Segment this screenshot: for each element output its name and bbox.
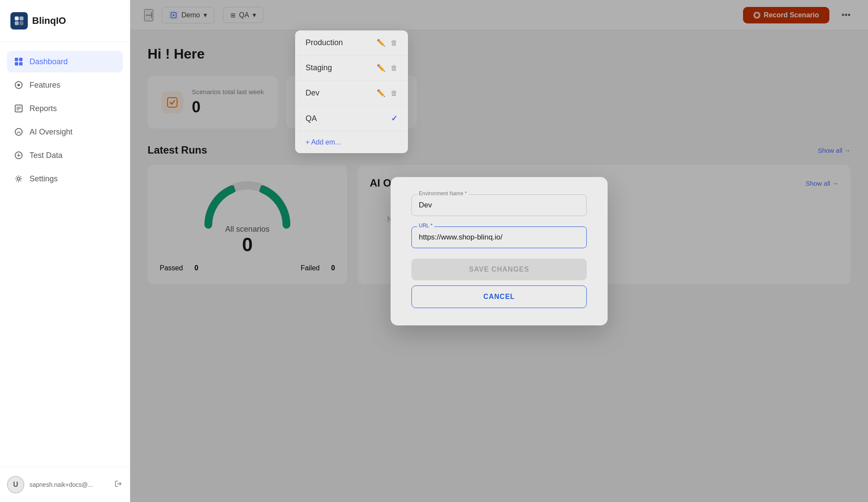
env-staging-actions: ✏️ 🗑 <box>377 64 398 72</box>
edit-production-icon[interactable]: ✏️ <box>377 39 385 47</box>
edit-staging-icon[interactable]: ✏️ <box>377 64 385 72</box>
edit-environment-modal: Environment Name * URL * SAVE CHANGES CA… <box>391 177 608 325</box>
env-dropdown-item-staging[interactable]: Staging ✏️ 🗑 <box>295 56 408 81</box>
sidebar-item-reports[interactable]: Reports <box>7 98 123 119</box>
app-logo-icon <box>10 12 28 30</box>
dashboard-icon <box>14 57 23 66</box>
qa-check-icon: ✓ <box>391 114 398 123</box>
delete-dev-icon[interactable]: 🗑 <box>391 89 398 97</box>
env-qa-actions: ✓ <box>391 114 398 123</box>
env-staging-label: Staging <box>306 63 332 72</box>
env-dropdown-item-production[interactable]: Production ✏️ 🗑 <box>295 30 408 56</box>
url-fieldset: URL * <box>411 226 587 248</box>
svg-rect-5 <box>19 58 23 61</box>
sidebar-footer: U sapnesh.naik+docs@... <box>0 467 130 502</box>
sidebar-item-features[interactable]: Features <box>7 74 123 96</box>
ai-oversight-icon <box>14 127 23 137</box>
sidebar-item-settings[interactable]: Settings <box>7 168 123 190</box>
reports-icon <box>14 104 23 113</box>
test-data-icon <box>14 151 23 160</box>
env-dropdown-menu: Production ✏️ 🗑 Staging ✏️ 🗑 Dev ✏️ 🗑 <box>295 30 408 153</box>
env-production-actions: ✏️ 🗑 <box>377 39 398 47</box>
save-changes-button[interactable]: SAVE CHANGES <box>411 259 587 280</box>
user-email: sapnesh.naik+docs@... <box>30 481 93 488</box>
add-environment-button[interactable]: + Add em... <box>295 131 408 153</box>
svg-rect-6 <box>15 62 18 66</box>
svg-rect-4 <box>15 58 18 61</box>
svg-rect-3 <box>20 21 23 25</box>
sidebar-item-dashboard[interactable]: Dashboard <box>7 51 123 72</box>
avatar: U <box>7 476 24 493</box>
svg-rect-2 <box>15 21 19 25</box>
env-name-legend: Environment Name * <box>417 190 469 197</box>
env-dev-actions: ✏️ 🗑 <box>377 89 398 97</box>
svg-point-9 <box>17 84 20 86</box>
sidebar-item-label: AI Oversight <box>30 128 72 137</box>
sidebar-item-label: Test Data <box>30 151 62 160</box>
env-dev-label: Dev <box>306 89 319 98</box>
env-qa-label: QA <box>306 114 317 123</box>
settings-icon <box>14 174 23 184</box>
svg-rect-0 <box>15 16 19 20</box>
svg-point-18 <box>17 177 20 180</box>
delete-production-icon[interactable]: 🗑 <box>391 39 398 47</box>
env-dropdown-item-qa[interactable]: QA ✓ <box>295 106 408 131</box>
sidebar-item-label: Reports <box>30 104 57 113</box>
svg-rect-7 <box>19 62 23 66</box>
env-dropdown-item-dev[interactable]: Dev ✏️ 🗑 <box>295 81 408 106</box>
edit-dev-icon[interactable]: ✏️ <box>377 89 385 97</box>
sidebar: BlinqIO Dashboard <box>0 0 130 502</box>
sidebar-item-test-data[interactable]: Test Data <box>7 144 123 166</box>
sidebar-item-label: Features <box>30 81 60 90</box>
app-name: BlinqIO <box>32 15 66 26</box>
url-input[interactable] <box>412 227 586 248</box>
svg-rect-1 <box>20 16 23 20</box>
sidebar-item-label: Dashboard <box>30 57 68 66</box>
env-production-label: Production <box>306 38 343 47</box>
user-info: U sapnesh.naik+docs@... <box>7 476 93 493</box>
sidebar-logo: BlinqIO <box>0 0 130 42</box>
sidebar-navigation: Dashboard Features <box>0 42 130 467</box>
add-env-label: + Add em... <box>306 138 341 146</box>
sidebar-item-ai-oversight[interactable]: AI Oversight <box>7 121 123 143</box>
features-icon <box>14 80 23 90</box>
cancel-button[interactable]: CANCEL <box>411 285 587 308</box>
url-legend: URL * <box>417 223 434 229</box>
app-container: BlinqIO Dashboard <box>0 0 868 502</box>
env-name-fieldset: Environment Name * <box>411 194 587 216</box>
env-name-input[interactable] <box>412 195 586 216</box>
logout-icon[interactable] <box>114 479 123 490</box>
delete-staging-icon[interactable]: 🗑 <box>391 64 398 72</box>
main-content: ⊣ Demo ▾ ⊞ QA ▾ Rec <box>130 0 868 502</box>
sidebar-item-label: Settings <box>30 174 58 184</box>
